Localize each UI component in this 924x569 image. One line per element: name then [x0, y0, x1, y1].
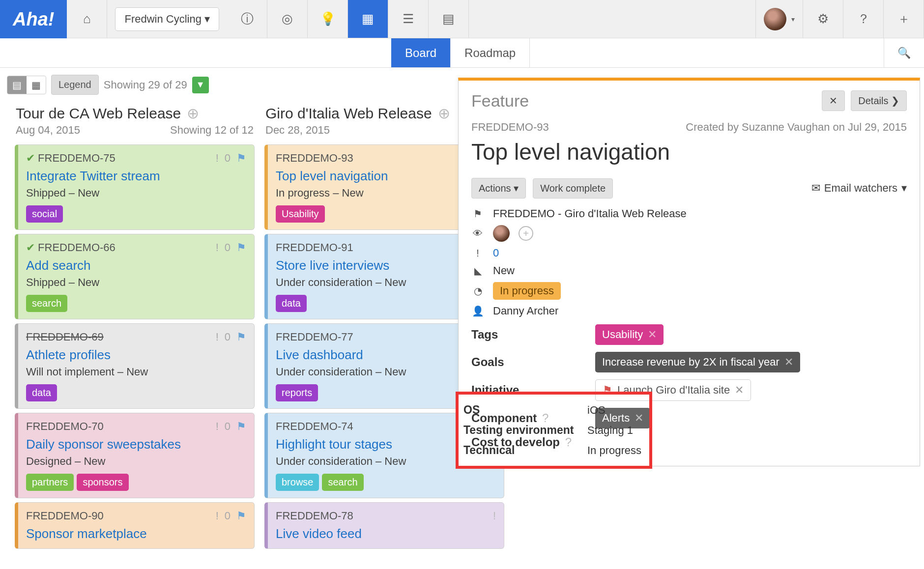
user-menu[interactable]: ▾ — [755, 0, 803, 38]
column-title[interactable]: Giro d'Italia Web Release — [265, 105, 432, 122]
owner[interactable]: Danny Archer — [493, 305, 558, 317]
card-tag[interactable]: sponsors — [77, 474, 128, 491]
search-icon[interactable]: 🔍 — [884, 38, 924, 67]
exclaim-icon: ! — [216, 510, 219, 522]
list-icon[interactable]: ☰ — [388, 0, 429, 38]
filter-button[interactable]: ▼ — [192, 77, 209, 93]
add-watcher[interactable]: + — [519, 226, 533, 241]
card-id: ✔ FREDDEMO-66 — [26, 241, 116, 254]
card-title[interactable]: Live video feed — [276, 526, 496, 541]
exclaim-icon: ! — [216, 420, 219, 433]
feature-card[interactable]: ✔ FREDDEMO-66!0⚑ Add search Shipped – Ne… — [15, 234, 255, 319]
release-column: Tour de CA Web Release ⊕ Aug 04, 2015Sho… — [12, 102, 258, 553]
help-icon[interactable]: ？ — [843, 0, 884, 38]
card-tag[interactable]: search — [322, 474, 363, 491]
exclaim-icon: ! — [216, 152, 219, 165]
feature-title[interactable]: Top level navigation — [471, 139, 907, 165]
feature-card[interactable]: ✔ FREDDEMO-75!0⚑ Integrate Twitter strea… — [15, 144, 255, 230]
email-watchers[interactable]: ✉ Email watchers ▾ — [811, 182, 907, 195]
idea-icon[interactable]: 💡 — [308, 0, 348, 38]
view-toggle[interactable]: ▤▦ — [7, 76, 46, 94]
card-id: FREDDEMO-70 — [26, 420, 104, 433]
feature-card[interactable]: FREDDEMO-90!0⚑ Sponsor marketplace — [15, 502, 255, 549]
card-tag[interactable]: data — [276, 295, 307, 312]
card-tag[interactable]: reports — [276, 384, 318, 401]
column-date: Aug 04, 2015 — [16, 124, 80, 137]
legend-button[interactable]: Legend — [51, 75, 99, 95]
card-title[interactable]: Sponsor marketplace — [26, 526, 246, 541]
card-status: Will not implement – New — [26, 366, 246, 378]
home-icon[interactable]: ⌂ — [67, 0, 107, 38]
goals-label: Goals — [471, 355, 595, 369]
warning-icon: ! — [471, 248, 484, 259]
close-button[interactable]: ✕ — [822, 90, 845, 111]
watcher-avatar[interactable] — [493, 225, 510, 242]
sub-navigation: Board Roadmap 🔍 — [0, 38, 924, 68]
product-selector[interactable]: Fredwin Cycling ▾ — [107, 0, 227, 38]
column-title[interactable]: Tour de CA Web Release — [16, 105, 181, 122]
card-count: 0 — [225, 420, 231, 433]
card-id: ✔ FREDDEMO-75 — [26, 152, 116, 165]
column-date: Dec 28, 2015 — [265, 124, 330, 137]
card-tag[interactable]: partners — [26, 474, 74, 491]
app-logo[interactable]: Aha! — [0, 0, 67, 38]
card-title[interactable]: Integrate Twitter stream — [26, 169, 246, 184]
custom-fields-highlight: OSiOS Testing environmentStaging 1 Techn… — [456, 392, 652, 469]
card-tag[interactable]: data — [26, 384, 57, 401]
status-badge[interactable]: In progress — [493, 282, 561, 300]
tab-roadmap[interactable]: Roadmap — [451, 38, 530, 67]
sitemap-icon[interactable]: ⚑ — [236, 331, 246, 343]
card-status: Shipped – New — [26, 276, 246, 289]
test-env-value[interactable]: Staging 1 — [587, 424, 633, 437]
card-status: Shipped – New — [26, 187, 246, 199]
user-icon: 👤 — [471, 305, 484, 317]
card-tag[interactable]: social — [26, 205, 63, 223]
work-complete-button[interactable]: Work complete — [533, 178, 613, 199]
tag-chip[interactable]: Usability✕ — [595, 324, 664, 345]
sitemap-icon[interactable]: ⚑ — [236, 241, 246, 254]
settings-icon[interactable]: ⚙ — [803, 0, 843, 38]
showing-count: Showing 29 of 29 — [104, 79, 187, 91]
add-card-icon[interactable]: ⊕ — [438, 105, 450, 122]
os-value[interactable]: iOS — [587, 404, 606, 417]
feature-card[interactable]: FREDDEMO-69!0⚑ Athlete profiles Will not… — [15, 323, 255, 409]
board-icon[interactable]: ▦ — [348, 0, 388, 38]
sitemap-icon[interactable]: ⚑ — [236, 152, 246, 165]
card-tag[interactable]: browse — [276, 474, 319, 491]
goal-chip[interactable]: Increase revenue by 2X in fiscal year✕ — [595, 352, 800, 372]
technical-value[interactable]: In progress — [587, 444, 641, 457]
add-card-icon[interactable]: ⊕ — [187, 105, 199, 122]
exclaim-icon: ! — [216, 331, 219, 343]
card-title[interactable]: Athlete profiles — [26, 347, 246, 363]
gauge-icon: ◔ — [471, 285, 484, 297]
sitemap-icon[interactable]: ⚑ — [236, 510, 246, 522]
scorecard[interactable]: New — [493, 264, 515, 277]
os-label: OS — [463, 403, 587, 417]
target-icon[interactable]: ◎ — [267, 0, 308, 38]
card-id: FREDDEMO-69 — [26, 331, 104, 343]
feature-card[interactable]: FREDDEMO-70!0⚑ Daily sponsor sweepstakes… — [15, 413, 255, 498]
card-id: FREDDEMO-78 — [276, 510, 353, 522]
todo-count[interactable]: 0 — [493, 247, 499, 259]
add-icon[interactable]: ＋ — [884, 0, 924, 38]
exclaim-icon: ! — [216, 241, 219, 254]
feature-ref: FREDDEMO-93 — [471, 121, 549, 134]
remove-tag[interactable]: ✕ — [648, 328, 657, 341]
remove-initiative[interactable]: ✕ — [735, 384, 744, 397]
card-title[interactable]: Add search — [26, 258, 246, 273]
sitemap-icon[interactable]: ⚑ — [236, 420, 246, 433]
card-tag[interactable]: search — [26, 295, 67, 312]
feature-card[interactable]: FREDDEMO-78! Live video feed — [264, 502, 504, 549]
card-tag[interactable]: Usability — [276, 205, 325, 223]
release-link[interactable]: FREDDEMO - Giro d'Italia Web Release — [493, 207, 687, 220]
details-button[interactable]: Details ❯ — [851, 90, 907, 111]
tab-board[interactable]: Board — [391, 38, 451, 67]
remove-goal[interactable]: ✕ — [784, 356, 793, 369]
notebook-icon[interactable]: ▤ — [429, 0, 469, 38]
actions-menu[interactable]: Actions ▾ — [471, 178, 526, 199]
card-id: FREDDEMO-77 — [276, 331, 353, 343]
check-icon: ✔ — [26, 152, 35, 164]
info-icon[interactable]: ⓘ — [227, 0, 267, 38]
card-title[interactable]: Daily sponsor sweepstakes — [26, 437, 246, 452]
product-name: Fredwin Cycling — [124, 13, 202, 25]
